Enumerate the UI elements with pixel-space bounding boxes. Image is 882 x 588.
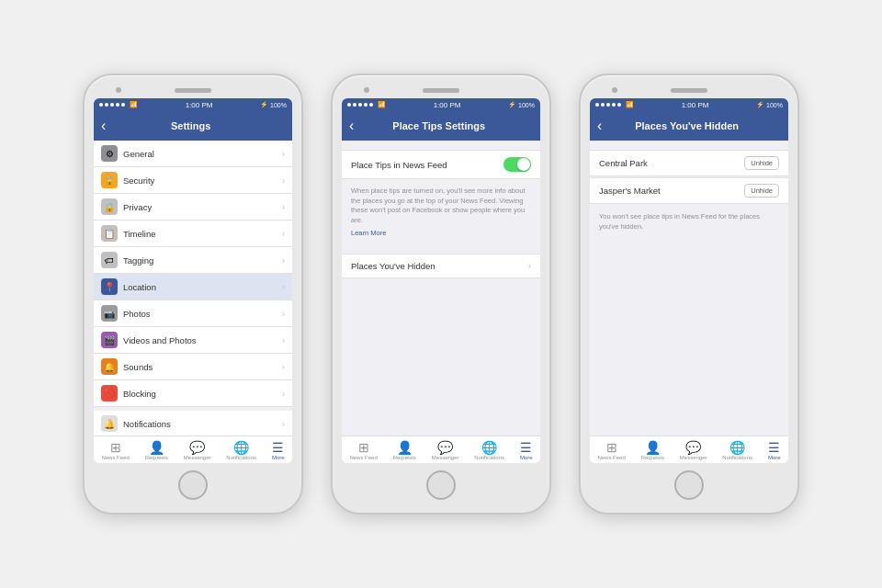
- back-button-2[interactable]: ‹: [349, 118, 354, 134]
- phone-speaker-2: [423, 88, 459, 93]
- photos-label: Photos: [123, 309, 282, 319]
- more-label-1: More: [272, 455, 285, 460]
- notifications-tab-label-3: Notifications: [722, 455, 752, 460]
- photos-chevron: ›: [282, 309, 285, 319]
- places-hidden-label: Places You've Hidden: [351, 261, 435, 271]
- phone-top-bar-3: [588, 85, 790, 98]
- messenger-label-1: Messenger: [184, 455, 211, 460]
- tab-messenger-1[interactable]: 💬 Messenger: [184, 441, 211, 460]
- tab-requests-1[interactable]: 👤 Requests: [145, 441, 168, 460]
- status-bar-3: 📶 1:00 PM ⚡100%: [590, 98, 788, 111]
- blocking-label: Blocking: [123, 389, 282, 399]
- settings-item-blocking[interactable]: 🚫 Blocking ›: [94, 380, 292, 407]
- settings-item-photos[interactable]: 📷 Photos ›: [94, 300, 292, 327]
- status-time-3: 1:00 PM: [682, 101, 709, 109]
- place-tips-label: Place Tips in News Feed: [351, 160, 447, 170]
- settings-item-tagging[interactable]: 🏷 Tagging ›: [94, 247, 292, 274]
- nav-title-2: Place Tips Settings: [359, 120, 518, 131]
- location-icon: 📍: [101, 278, 118, 295]
- newsfeed-label-3: News Feed: [597, 455, 625, 460]
- security-label: Security: [123, 175, 282, 186]
- requests-icon-1: 👤: [149, 441, 164, 454]
- newsfeed-icon-3: ⊞: [606, 441, 617, 454]
- messenger-icon-3: 💬: [685, 441, 701, 454]
- home-button-3[interactable]: [674, 470, 704, 500]
- learn-more-link[interactable]: Learn More: [342, 229, 540, 244]
- tab-bar-3: ⊞ News Feed 👤 Requests 💬 Messenger 🌐 Not…: [590, 435, 788, 463]
- settings-item-timeline[interactable]: 📋 Timeline ›: [94, 220, 292, 247]
- tab-more-1[interactable]: ☰ More: [272, 441, 285, 460]
- privacy-label: Privacy: [123, 202, 282, 212]
- newsfeed-icon-1: ⊞: [110, 441, 121, 454]
- tab-messenger-3[interactable]: 💬 Messenger: [680, 441, 707, 460]
- hidden-places-list: Central Park Unhide Jasper's Market Unhi…: [590, 150, 788, 204]
- settings-item-notifications[interactable]: 🔔 Notifications ›: [94, 411, 292, 435]
- settings-item-general[interactable]: ⚙ General ›: [94, 141, 292, 167]
- notifications-tab-icon-1: 🌐: [233, 441, 249, 454]
- tab-messenger-2[interactable]: 💬 Messenger: [432, 441, 459, 460]
- tab-newsfeed-1[interactable]: ⊞ News Feed: [101, 441, 129, 460]
- settings-item-security[interactable]: 🔒 Security ›: [94, 167, 292, 194]
- tagging-icon: 🏷: [101, 252, 118, 268]
- place-tips-toggle-row: Place Tips in News Feed: [342, 150, 540, 179]
- nav-bar-1: ‹ Settings: [94, 111, 292, 141]
- toggle-knob: [517, 158, 530, 171]
- phone-speaker-3: [671, 88, 707, 93]
- settings-item-videos[interactable]: 🎬 Videos and Photos ›: [94, 327, 292, 354]
- tab-bar-1: ⊞ News Feed 👤 Requests 💬 Messenger 🌐 Not…: [94, 435, 292, 463]
- general-icon: ⚙: [101, 145, 118, 162]
- tagging-label: Tagging: [123, 255, 282, 266]
- place-tips-description: When place tips are turned on, you'll se…: [342, 179, 540, 229]
- nav-bar-2: ‹ Place Tips Settings: [342, 111, 540, 141]
- phone-top-bar-1: [92, 85, 294, 98]
- timeline-chevron: ›: [282, 229, 285, 239]
- phone-screen-2: 📶 1:00 PM ⚡100% ‹ Place Tips Settings Pl…: [342, 98, 540, 463]
- timeline-label: Timeline: [123, 229, 282, 239]
- videos-chevron: ›: [282, 335, 285, 345]
- home-button-2[interactable]: [426, 470, 456, 500]
- settings-item-privacy[interactable]: 🔒 Privacy ›: [94, 194, 292, 220]
- tab-more-2[interactable]: ☰ More: [520, 441, 533, 460]
- place-tips-toggle[interactable]: [503, 157, 531, 172]
- tab-requests-2[interactable]: 👤 Requests: [393, 441, 416, 460]
- newsfeed-icon-2: ⊞: [358, 441, 369, 454]
- tab-requests-3[interactable]: 👤 Requests: [641, 441, 664, 460]
- more-icon-2: ☰: [520, 441, 532, 454]
- phone-camera-1: [116, 87, 121, 93]
- location-label: Location: [123, 282, 282, 292]
- more-label-2: More: [520, 455, 533, 460]
- jaspers-market-name: Jasper's Market: [599, 186, 661, 196]
- blocking-chevron: ›: [282, 389, 285, 399]
- notifications-icon: 🔔: [101, 415, 118, 432]
- home-button-1[interactable]: [178, 470, 208, 500]
- settings-item-location[interactable]: 📍 Location ›: [94, 274, 292, 300]
- status-dots: 📶: [99, 101, 138, 108]
- tab-notifications-1[interactable]: 🌐 Notifications: [226, 441, 256, 460]
- notifications-tab-label-2: Notifications: [474, 455, 504, 460]
- hidden-places-content: Central Park Unhide Jasper's Market Unhi…: [590, 141, 788, 435]
- back-button-1[interactable]: ‹: [101, 118, 106, 134]
- tab-more-3[interactable]: ☰ More: [768, 441, 781, 460]
- tab-notifications-2[interactable]: 🌐 Notifications: [474, 441, 504, 460]
- settings-item-sounds[interactable]: 🔔 Sounds ›: [94, 354, 292, 380]
- status-time-2: 1:00 PM: [434, 101, 461, 109]
- requests-icon-2: 👤: [397, 441, 413, 454]
- status-right-3: ⚡100%: [756, 101, 783, 108]
- videos-label: Videos and Photos: [123, 335, 282, 345]
- places-hidden-row[interactable]: Places You've Hidden ›: [342, 254, 540, 278]
- notifications-chevron: ›: [282, 419, 285, 429]
- status-right-1: ⚡100%: [260, 101, 287, 108]
- phone-camera-3: [612, 87, 617, 93]
- tab-notifications-3[interactable]: 🌐 Notifications: [722, 441, 752, 460]
- tab-newsfeed-3[interactable]: ⊞ News Feed: [597, 441, 625, 460]
- unhide-central-park-button[interactable]: Unhide: [744, 156, 779, 170]
- back-button-3[interactable]: ‹: [597, 118, 602, 134]
- more-icon-1: ☰: [272, 441, 284, 454]
- unhide-jaspers-button[interactable]: Unhide: [744, 184, 779, 198]
- status-dots-3: 📶: [595, 101, 634, 108]
- phone-screen-1: 📶 1:00 PM ⚡100% ‹ Settings ⚙ General › 🔒…: [94, 98, 292, 463]
- requests-label-2: Requests: [393, 455, 416, 460]
- notifications-label: Notifications: [123, 419, 282, 429]
- phone-screen-3: 📶 1:00 PM ⚡100% ‹ Places You've Hidden C…: [590, 98, 788, 463]
- tab-newsfeed-2[interactable]: ⊞ News Feed: [349, 441, 377, 460]
